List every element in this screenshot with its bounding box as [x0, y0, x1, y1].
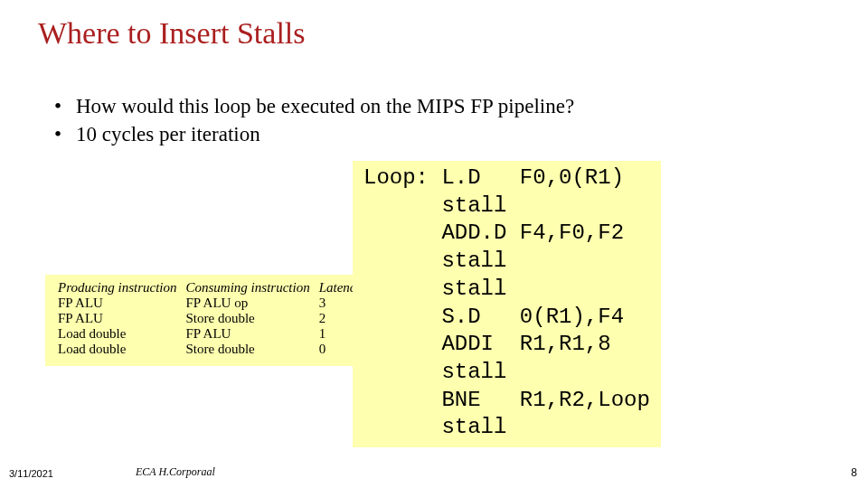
- table-cell: Load double: [58, 326, 186, 342]
- table-cell: Load double: [58, 342, 186, 357]
- bullet-item: • 10 cycles per iteration: [54, 122, 574, 148]
- bullet-dot-icon: •: [54, 122, 63, 148]
- footer-date: 3/11/2021: [9, 468, 53, 479]
- code-line: stall: [363, 360, 506, 384]
- code-line: stall: [363, 193, 506, 218]
- slide-title: Where to Insert Stalls: [38, 16, 306, 51]
- code-line: Loop: L.D F0,0(R1): [363, 165, 624, 190]
- code-line: ADD.D F4,F0,F2: [363, 221, 624, 245]
- code-line: stall: [363, 415, 506, 439]
- table-cell: FP ALU op: [186, 296, 319, 311]
- footer-page-number: 8: [851, 466, 857, 479]
- bullet-item: • How would this loop be executed on the…: [54, 94, 574, 120]
- table-cell: FP ALU: [186, 326, 319, 342]
- code-line: ADDI R1,R1,8: [363, 332, 611, 356]
- code-line: BNE R1,R2,Loop: [363, 388, 650, 412]
- table-cell: FP ALU: [58, 296, 186, 311]
- table-cell: FP ALU: [58, 311, 186, 326]
- bullet-text: 10 cycles per iteration: [76, 122, 260, 148]
- table-cell: Store double: [186, 342, 319, 357]
- code-line: S.D 0(R1),F4: [363, 305, 624, 329]
- footer-credit: ECA H.Corporaal: [136, 465, 215, 479]
- code-block: Loop: L.D F0,0(R1) stall ADD.D F4,F0,F2 …: [353, 161, 661, 447]
- bullet-dot-icon: •: [54, 94, 63, 120]
- bullet-list: • How would this loop be executed on the…: [54, 94, 574, 150]
- table-header: Consuming instruction: [186, 280, 319, 296]
- code-line: stall: [363, 277, 506, 301]
- bullet-text: How would this loop be executed on the M…: [76, 94, 574, 120]
- code-line: stall: [363, 249, 506, 273]
- table-header: Producing instruction: [58, 280, 186, 296]
- table-cell: Store double: [186, 311, 319, 326]
